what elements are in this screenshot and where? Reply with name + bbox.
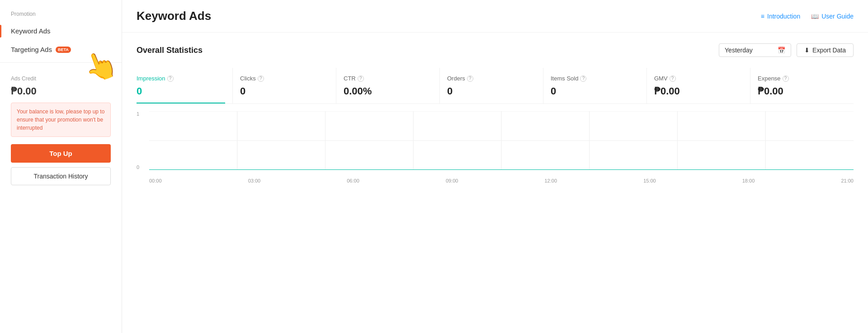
page-title: Keyword Ads	[137, 9, 211, 23]
ads-credit-section: Ads Credit ₱0.00 Your balance is low, pl…	[0, 66, 122, 194]
top-up-button[interactable]: Top Up	[11, 144, 111, 163]
x-label-1800: 18:00	[742, 178, 755, 183]
x-label-0300: 03:00	[248, 178, 261, 183]
metric-orders-label: Orders ?	[447, 75, 536, 82]
sidebar: Promotion Keyword Ads Targeting Ads BETA…	[0, 0, 122, 333]
metric-clicks-value: 0	[240, 85, 329, 103]
metric-items-sold: Items Sold ? 0	[543, 68, 647, 103]
metric-gmv: GMV ? ₱0.00	[647, 68, 750, 103]
metric-clicks-label: Clicks ?	[240, 75, 329, 82]
metric-impression: Impression ? 0	[137, 68, 233, 103]
ads-credit-amount: ₱0.00	[11, 85, 111, 97]
sidebar-nav: Keyword Ads Targeting Ads BETA	[0, 22, 122, 59]
expense-info-icon[interactable]: ?	[783, 75, 789, 82]
items-sold-info-icon[interactable]: ?	[580, 75, 586, 82]
introduction-link[interactable]: ≡ Introduction	[761, 13, 800, 20]
introduction-label: Introduction	[767, 13, 800, 20]
orders-info-icon[interactable]: ?	[467, 75, 473, 82]
calendar-icon: 📅	[778, 47, 785, 54]
chart-area: 1 0	[137, 104, 854, 183]
ads-credit-title: Ads Credit	[11, 75, 111, 82]
impression-info-icon[interactable]: ?	[167, 75, 174, 82]
x-label-1200: 12:00	[545, 178, 557, 183]
metric-ctr-label: CTR ?	[344, 75, 432, 82]
user-guide-label: User Guide	[821, 13, 854, 20]
metric-ctr-value: 0.00%	[344, 85, 432, 103]
x-label-0600: 06:00	[347, 178, 359, 183]
ctr-info-icon[interactable]: ?	[358, 75, 364, 82]
metric-gmv-label: GMV ?	[654, 75, 743, 82]
y-label-1: 1	[137, 111, 147, 117]
x-label-1500: 15:00	[643, 178, 656, 183]
metric-expense: Expense ? ₱0.00	[750, 68, 854, 103]
metric-gmv-value: ₱0.00	[654, 85, 743, 103]
sidebar-section-title: Promotion	[0, 0, 122, 22]
y-label-0: 0	[137, 164, 147, 170]
clicks-info-icon[interactable]: ?	[258, 75, 264, 82]
gmv-info-icon[interactable]: ?	[670, 75, 676, 82]
sidebar-item-label: Targeting Ads	[11, 46, 52, 53]
chart-x-labels: 00:00 03:00 06:00 09:00 12:00 15:00 18:0…	[149, 178, 854, 183]
low-balance-warning: Your balance is low, please top up to en…	[11, 103, 111, 137]
x-label-0000: 00:00	[149, 178, 162, 183]
main-content: Keyword Ads ≡ Introduction 📖 User Guide …	[122, 0, 868, 333]
metric-items-sold-label: Items Sold ?	[551, 75, 639, 82]
transaction-history-button[interactable]: Transaction History	[11, 167, 111, 185]
main-header: Keyword Ads ≡ Introduction 📖 User Guide	[122, 0, 868, 33]
book-icon: 📖	[811, 13, 819, 20]
statistics-title: Overall Statistics	[137, 46, 203, 55]
metric-clicks: Clicks ? 0	[233, 68, 336, 103]
metric-expense-value: ₱0.00	[758, 85, 846, 103]
x-label-0900: 09:00	[446, 178, 458, 183]
chart-svg	[149, 111, 854, 170]
x-label-2100: 21:00	[841, 178, 854, 183]
metric-orders-value: 0	[447, 85, 536, 103]
sidebar-item-keyword-ads[interactable]: Keyword Ads	[0, 22, 122, 40]
date-selector[interactable]: Yesterday 📅	[719, 43, 791, 57]
date-selector-value: Yesterday	[725, 47, 753, 54]
metric-impression-value: 0	[137, 85, 225, 103]
metric-ctr: CTR ? 0.00%	[336, 68, 440, 103]
chart-y-labels: 1 0	[137, 111, 147, 170]
chart-container: 1 0	[137, 111, 854, 183]
sidebar-item-label: Keyword Ads	[11, 27, 51, 35]
sidebar-divider	[0, 62, 122, 63]
metric-orders: Orders ? 0	[440, 68, 543, 103]
sidebar-item-targeting-ads[interactable]: Targeting Ads BETA	[0, 40, 122, 59]
chart-inner	[149, 111, 854, 170]
statistics-section: Overall Statistics Yesterday 📅 ⬇ Export …	[122, 33, 868, 333]
metrics-row: Impression ? 0 Clicks ? 0 CTR ? 0.00%	[137, 68, 854, 104]
export-data-button[interactable]: ⬇ Export Data	[797, 43, 854, 57]
header-links: ≡ Introduction 📖 User Guide	[761, 13, 854, 20]
download-icon: ⬇	[804, 47, 810, 54]
metric-items-sold-value: 0	[551, 85, 639, 103]
metric-impression-label: Impression ?	[137, 75, 225, 82]
list-icon: ≡	[761, 13, 764, 20]
beta-badge: BETA	[56, 47, 71, 53]
metric-expense-label: Expense ?	[758, 75, 846, 82]
user-guide-link[interactable]: 📖 User Guide	[811, 13, 854, 20]
statistics-header: Overall Statistics Yesterday 📅 ⬇ Export …	[137, 43, 854, 57]
export-label: Export Data	[812, 47, 846, 54]
statistics-controls: Yesterday 📅 ⬇ Export Data	[719, 43, 854, 57]
